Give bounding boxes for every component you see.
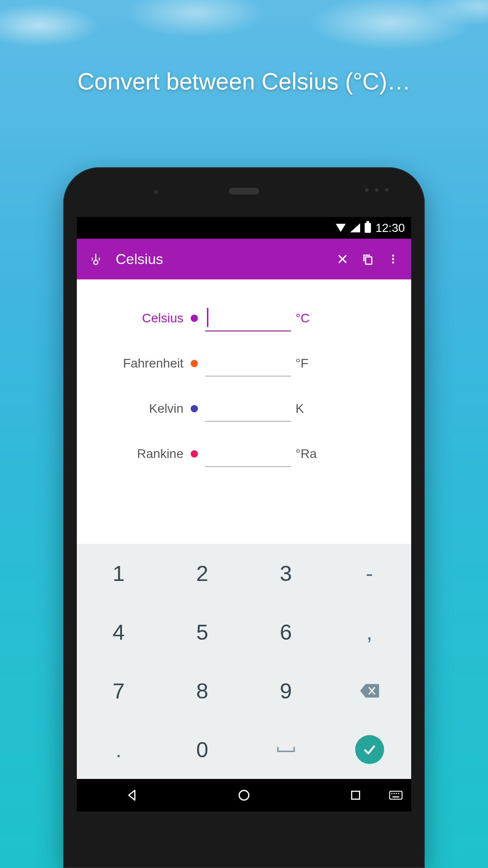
unit-label: Kelvin bbox=[89, 401, 183, 416]
promo-suffix: (°C)… bbox=[338, 68, 410, 94]
key-dot[interactable]: . bbox=[77, 720, 160, 779]
unit-symbol: °C bbox=[296, 311, 327, 326]
android-nav-bar bbox=[77, 779, 411, 811]
unit-row-rankine[interactable]: Rankine °Ra bbox=[89, 431, 399, 476]
key-space[interactable] bbox=[244, 720, 328, 779]
key-0[interactable]: 0 bbox=[160, 720, 244, 779]
key-comma[interactable]: , bbox=[328, 603, 411, 661]
key-done[interactable] bbox=[328, 720, 411, 779]
nav-keyboard-button[interactable] bbox=[387, 786, 405, 804]
overflow-button[interactable] bbox=[380, 246, 406, 272]
svg-rect-1 bbox=[366, 257, 372, 264]
status-bar: 12:30 bbox=[77, 217, 411, 239]
unit-label: Rankine bbox=[89, 447, 183, 461]
status-time: 12:30 bbox=[375, 221, 405, 235]
svg-rect-9 bbox=[394, 793, 395, 794]
unit-symbol: K bbox=[296, 401, 327, 416]
unit-label: Fahrenheit bbox=[89, 356, 183, 371]
svg-rect-12 bbox=[393, 797, 399, 798]
key-3[interactable]: 3 bbox=[244, 544, 328, 603]
nav-back-button[interactable] bbox=[123, 786, 141, 804]
promo-prefix: Convert between bbox=[77, 68, 262, 94]
more-vert-icon bbox=[387, 253, 399, 265]
kelvin-input[interactable] bbox=[205, 396, 291, 422]
backspace-icon bbox=[359, 683, 380, 698]
key-1[interactable]: 1 bbox=[77, 544, 160, 603]
space-icon bbox=[277, 746, 295, 753]
device-frame: 12:30 Celsius bbox=[63, 167, 425, 868]
svg-point-4 bbox=[392, 261, 394, 264]
promo-bold: Celsius bbox=[262, 68, 339, 94]
svg-rect-11 bbox=[398, 793, 399, 794]
svg-rect-6 bbox=[352, 791, 360, 799]
key-5[interactable]: 5 bbox=[160, 603, 244, 661]
check-icon bbox=[362, 742, 377, 757]
svg-point-5 bbox=[239, 790, 249, 800]
key-8[interactable]: 8 bbox=[160, 661, 244, 720]
signal-icon bbox=[350, 223, 360, 232]
numeric-keypad: 1 2 3 - 4 5 6 , 7 8 9 . 0 bbox=[77, 544, 411, 779]
svg-rect-10 bbox=[396, 793, 397, 794]
unit-row-kelvin[interactable]: Kelvin K bbox=[89, 386, 399, 431]
svg-point-2 bbox=[392, 255, 394, 257]
key-minus[interactable]: - bbox=[328, 544, 411, 603]
rankine-input[interactable] bbox=[205, 441, 291, 467]
unit-color-dot bbox=[191, 360, 198, 367]
unit-color-dot bbox=[191, 315, 198, 322]
svg-point-0 bbox=[94, 260, 98, 264]
celsius-input[interactable] bbox=[205, 305, 291, 331]
svg-rect-7 bbox=[389, 791, 402, 799]
key-2[interactable]: 2 bbox=[160, 544, 244, 603]
battery-icon bbox=[365, 223, 371, 233]
unit-color-dot bbox=[191, 405, 198, 412]
app-bar: Celsius bbox=[77, 239, 411, 279]
back-triangle-icon bbox=[125, 788, 140, 802]
copy-button[interactable] bbox=[355, 246, 380, 272]
unit-label: Celsius bbox=[89, 311, 183, 326]
key-9[interactable]: 9 bbox=[244, 661, 328, 720]
svg-rect-8 bbox=[391, 793, 393, 794]
promo-headline: Convert between Celsius (°C)… bbox=[0, 68, 488, 95]
wifi-icon bbox=[336, 224, 346, 232]
converter-list: Celsius °C Fahrenheit °F Kelvin K Rankin… bbox=[77, 279, 411, 476]
screen: 12:30 Celsius bbox=[77, 217, 411, 811]
appbar-title: Celsius bbox=[116, 251, 330, 268]
key-6[interactable]: 6 bbox=[244, 603, 328, 661]
unit-symbol: °Ra bbox=[296, 447, 327, 461]
unit-row-fahrenheit[interactable]: Fahrenheit °F bbox=[89, 341, 399, 386]
unit-row-celsius[interactable]: Celsius °C bbox=[89, 296, 399, 341]
clear-button[interactable] bbox=[330, 246, 355, 272]
keyboard-icon bbox=[389, 791, 403, 800]
unit-symbol: °F bbox=[296, 356, 327, 371]
unit-color-dot bbox=[191, 450, 198, 458]
nav-home-button[interactable] bbox=[235, 786, 253, 804]
recent-square-icon bbox=[349, 788, 362, 802]
fahrenheit-input[interactable] bbox=[205, 350, 291, 377]
key-7[interactable]: 7 bbox=[77, 661, 160, 720]
thermometer-icon bbox=[87, 250, 105, 268]
close-icon bbox=[336, 252, 349, 266]
nav-recent-button[interactable] bbox=[347, 786, 365, 804]
home-circle-icon bbox=[237, 788, 251, 802]
key-backspace[interactable] bbox=[328, 661, 411, 720]
copy-icon bbox=[361, 252, 375, 266]
key-4[interactable]: 4 bbox=[77, 603, 160, 661]
svg-point-3 bbox=[392, 258, 394, 260]
